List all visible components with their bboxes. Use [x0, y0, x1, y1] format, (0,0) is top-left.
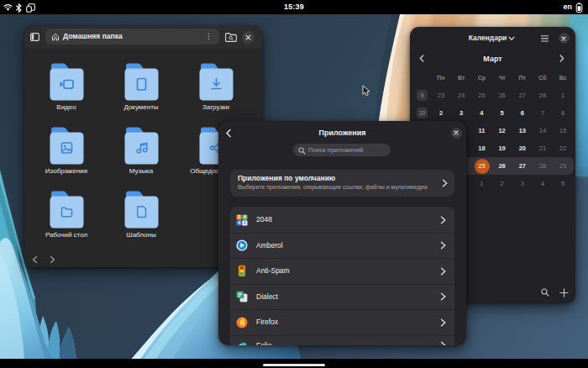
- svg-text:2: 2: [238, 214, 240, 219]
- svg-text:4: 4: [244, 214, 246, 219]
- svg-text:4: 4: [238, 220, 240, 225]
- svg-text:8: 8: [244, 220, 246, 225]
